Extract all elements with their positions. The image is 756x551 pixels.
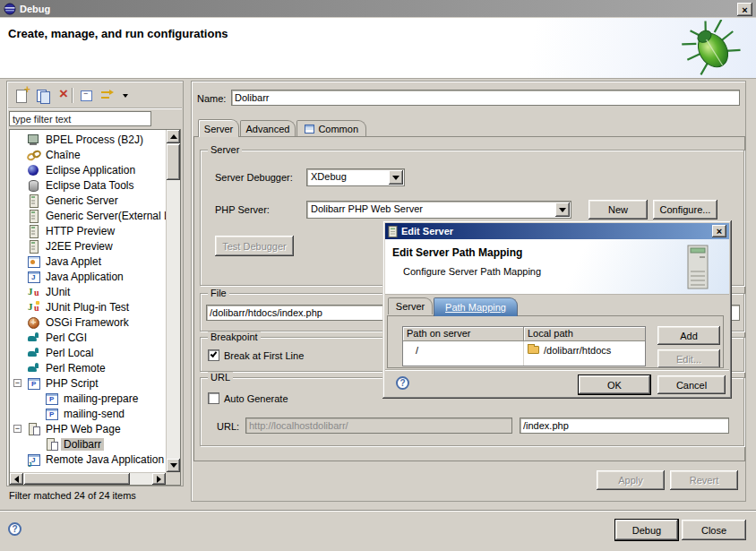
- tree-item[interactable]: Eclipse Data Tools: [10, 177, 166, 193]
- config-name-input[interactable]: [231, 90, 740, 106]
- combo-arrow-button[interactable]: [555, 202, 570, 217]
- break-first-line-checkbox[interactable]: [208, 349, 219, 361]
- tree-expander-icon[interactable]: −: [13, 379, 21, 387]
- tree-item-icon: [27, 331, 40, 344]
- filter-icon[interactable]: [99, 88, 116, 103]
- tree-item-icon: [45, 392, 58, 405]
- auto-generate-checkbox[interactable]: [208, 392, 219, 404]
- debug-button[interactable]: Debug: [615, 520, 678, 540]
- tree-item[interactable]: Generic Server(External La: [10, 208, 166, 223]
- tree-item-icon: [27, 149, 40, 161]
- tree-item[interactable]: Remote Java Application: [10, 452, 166, 467]
- dialog-tab-server-label: Server: [396, 301, 425, 312]
- menu-dropdown-icon[interactable]: [121, 88, 130, 103]
- configure-server-button[interactable]: Configure...: [653, 200, 717, 220]
- url-path-input[interactable]: [520, 418, 729, 434]
- help-icon[interactable]: ?: [8, 522, 21, 536]
- url-group-title: URL: [208, 372, 233, 383]
- dialog-close-button[interactable]: ×: [712, 225, 726, 237]
- tab-common[interactable]: Common: [296, 120, 366, 137]
- new-launch-config-icon[interactable]: [13, 88, 30, 103]
- tree-item[interactable]: HTTP Preview: [10, 223, 166, 238]
- tree-item-label: Generic Server(External La: [43, 210, 166, 222]
- server-debugger-label: Server Debugger:: [215, 172, 293, 183]
- close-button[interactable]: Close: [682, 520, 746, 540]
- tree-item[interactable]: Chaîne: [10, 147, 166, 162]
- window-titlebar[interactable]: Debug ×: [0, 0, 756, 18]
- tree-item[interactable]: Perl Remote: [10, 360, 166, 375]
- folder-icon: [528, 346, 539, 354]
- dialog-help-icon[interactable]: ?: [396, 376, 409, 390]
- dialog-tab-server[interactable]: Server: [388, 297, 433, 314]
- sidebar-toolbar: [8, 82, 182, 108]
- table-row[interactable]: / /dolibarr/htdocs: [403, 341, 645, 358]
- dialog-header: Edit Server Path Mapping Configure Serve…: [385, 239, 729, 295]
- tree-item-label: PHP Web Page: [43, 423, 124, 435]
- tree-item[interactable]: JUnit: [10, 284, 166, 299]
- new-server-button[interactable]: New: [588, 200, 648, 220]
- local-path-cell: /dolibarr/htdocs: [524, 341, 645, 358]
- revert-button[interactable]: Revert: [670, 470, 738, 490]
- tree-item[interactable]: J2EE Preview: [10, 238, 166, 254]
- tree-horizontal-scrollbar[interactable]: [10, 472, 166, 485]
- tree-item[interactable]: − PHP Script: [10, 375, 166, 391]
- tree-item[interactable]: OSGi Framework: [10, 314, 166, 330]
- scroll-left-button[interactable]: [10, 473, 23, 485]
- tree-item-label: BPEL Process (B2J): [43, 133, 146, 146]
- tree-item[interactable]: Dolibarr: [10, 436, 166, 452]
- tree-item[interactable]: Java Applet: [10, 254, 166, 269]
- chevron-down-icon: [392, 176, 399, 180]
- cancel-button[interactable]: Cancel: [657, 375, 726, 394]
- tree-expander-icon[interactable]: −: [13, 425, 21, 433]
- tree-item[interactable]: Perl CGI: [10, 330, 166, 345]
- scroll-right-button[interactable]: [152, 473, 166, 485]
- checkmark-icon: [210, 350, 218, 357]
- bug-icon: [672, 20, 749, 75]
- delete-config-icon[interactable]: [56, 88, 73, 103]
- url-label: URL:: [217, 421, 239, 432]
- horizontal-scroll-thumb[interactable]: [24, 473, 130, 485]
- dialog-titlebar[interactable]: Edit Server ×: [385, 223, 729, 239]
- tab-server[interactable]: Server: [198, 119, 239, 137]
- banner: Create, manage, and run configurations: [0, 18, 756, 79]
- duplicate-config-icon[interactable]: [35, 88, 51, 103]
- server-debugger-select[interactable]: XDebug: [306, 168, 405, 186]
- apply-button[interactable]: Apply: [597, 470, 665, 490]
- tree-vertical-scrollbar[interactable]: [166, 130, 180, 472]
- column-header-path-on-server[interactable]: Path on server: [403, 327, 524, 341]
- ok-button[interactable]: OK: [579, 375, 650, 394]
- name-label: Name:: [197, 93, 226, 104]
- tree-item-label: JUnit Plug-in Test: [43, 301, 132, 314]
- edit-mapping-button[interactable]: Edit...: [657, 349, 720, 368]
- scroll-up-button[interactable]: [167, 130, 180, 143]
- tree-item[interactable]: − PHP Web Page: [10, 421, 166, 436]
- tree-item[interactable]: Eclipse Application: [10, 162, 166, 177]
- tree-item[interactable]: mailing-send: [10, 406, 166, 421]
- tree-item-icon: [27, 210, 40, 222]
- tree-item[interactable]: Generic Server: [10, 193, 166, 208]
- tab-advanced[interactable]: Advanced: [240, 120, 296, 137]
- tree-item[interactable]: mailing-prepare: [10, 391, 166, 406]
- tree-item[interactable]: Perl Local: [10, 345, 166, 360]
- vertical-scroll-thumb[interactable]: [167, 144, 180, 180]
- add-mapping-button[interactable]: Add: [657, 326, 720, 345]
- dialog-tab-path-mapping[interactable]: Path Mapping: [434, 297, 518, 316]
- scroll-down-button[interactable]: [167, 459, 180, 472]
- type-filter-input[interactable]: [9, 111, 151, 126]
- tree-item-label: Dolibarr: [61, 438, 104, 451]
- dialog-title: Edit Server: [401, 226, 453, 237]
- collapse-all-icon[interactable]: [78, 88, 94, 103]
- php-server-select[interactable]: Dolibarr PHP Web Server: [306, 201, 571, 219]
- column-header-local-path[interactable]: Local path: [524, 327, 645, 341]
- window-close-button[interactable]: ×: [737, 3, 752, 16]
- tab-common-label: Common: [318, 124, 358, 134]
- tree-item[interactable]: BPEL Process (B2J): [10, 132, 166, 147]
- tree-item[interactable]: JUnit Plug-in Test: [10, 299, 166, 314]
- tree-item[interactable]: Java Application: [10, 269, 166, 284]
- test-debugger-button[interactable]: Test Debugger: [215, 236, 294, 256]
- combo-arrow-button[interactable]: [389, 170, 403, 185]
- tree-item-label: mailing-prepare: [61, 392, 141, 405]
- tree-item-label: Perl Remote: [43, 362, 108, 375]
- tree-item-icon: [27, 225, 40, 237]
- eclipse-icon: [4, 3, 16, 15]
